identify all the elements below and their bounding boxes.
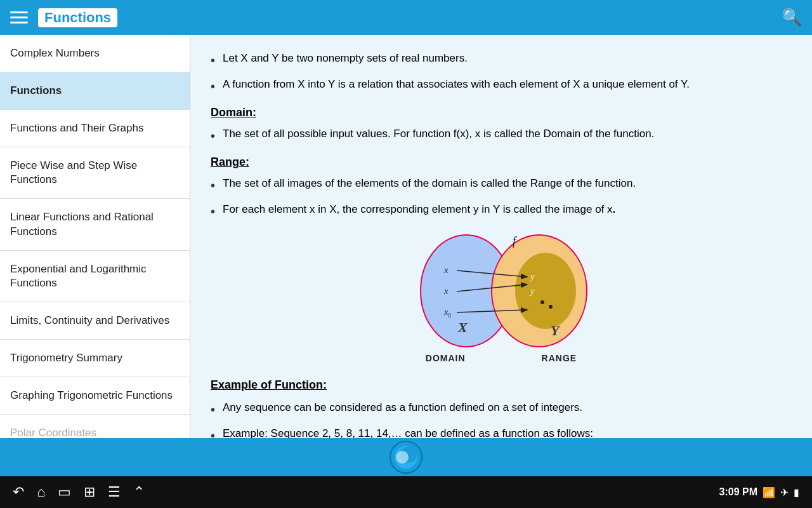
back-icon[interactable]: ↶ [13,484,24,500]
content-area: • Let X and Y be two nonempty sets of re… [190,35,812,438]
system-status: 3:09 PM 📶 ✈ ▮ [719,486,799,498]
bullet-dot: • [211,51,215,70]
sidebar-item-piecewise[interactable]: Piece Wise and Step Wise Functions [0,147,190,199]
svg-text:y: y [529,271,535,281]
svg-point-19 [396,451,409,464]
wifi-icon: 📶 [763,486,775,498]
bullet-dot: • [211,426,215,438]
app-logo-icon [390,441,422,474]
up-icon[interactable]: ⌃ [133,484,145,500]
bullet-dot: • [211,77,215,96]
svg-text:x: x [443,286,449,296]
example-bullet-2: • Example: Sequence 2, 5, 8, 11, 14,… ca… [211,425,792,438]
svg-point-12 [540,300,544,304]
function-diagram: f x x x 0 y y X Y [211,234,792,363]
sidebar-item-limits[interactable]: Limits, Continuity and Derivatives [0,302,190,340]
system-bar: ↶ ⌂ ▭ ⊞ ☰ ⌃ 3:09 PM 📶 ✈ ▮ [0,476,812,508]
bullet-dot: • [211,176,215,195]
sidebar-item-exponential-log[interactable]: Exponential and Logarithmic Functions [0,251,190,302]
sidebar-item-functions-graphs[interactable]: Functions and Their Graphs [0,110,190,147]
window-icon[interactable]: ▭ [58,484,71,500]
bullet-dot: • [211,202,215,221]
intro-bullet-1: • Let X and Y be two nonempty sets of re… [211,50,792,70]
domain-bullet-1: • The set of all possible input values. … [211,126,792,145]
intro-bullet-2: • A function from X into Y is a relation… [211,76,792,96]
battery-icon: ▮ [794,486,799,498]
search-icon[interactable]: 🔍 [782,8,802,27]
sidebar-item-trig-summary[interactable]: Trigonometry Summary [0,340,190,377]
range-bullet-1: • The set of all images of the elements … [211,175,792,195]
domain-range-svg: f x x x 0 y y X Y [406,234,596,348]
sidebar-item-polar[interactable]: Polar Coordinates [0,415,190,438]
sidebar-item-linear-rational[interactable]: Linear Functions and Rational Functions [0,199,190,250]
diagram-labels: DOMAIN RANGE [426,353,577,363]
range-label: RANGE [542,353,577,363]
sidebar: Complex Numbers Functions Functions and … [0,35,190,438]
app-title: Functions [38,8,117,27]
svg-text:x: x [443,265,449,275]
airplane-icon: ✈ [780,486,789,498]
bullet-dot: • [211,400,215,419]
menu-icon[interactable]: ☰ [108,484,121,500]
range-title: Range: [211,156,792,169]
svg-text:X: X [457,319,468,335]
time-display: 3:09 PM [719,486,757,498]
domain-label: DOMAIN [426,353,466,363]
svg-text:0: 0 [448,312,451,319]
hamburger-menu-icon[interactable] [10,11,28,23]
top-bar: Functions 🔍 [0,0,812,35]
sidebar-item-complex-numbers[interactable]: Complex Numbers [0,35,190,72]
example-title: Example of Function: [211,378,792,392]
svg-text:y: y [529,286,535,296]
home-icon[interactable]: ⌂ [37,484,45,500]
example-bullet-1: • Any sequence can be considered as a fu… [211,399,792,419]
sidebar-item-functions[interactable]: Functions [0,72,190,110]
bottom-bar [0,438,812,476]
main-area: Complex Numbers Functions Functions and … [0,35,812,438]
range-bullet-2: • For each element x in X, the correspon… [211,201,792,221]
svg-point-13 [549,305,553,309]
domain-title: Domain: [211,106,792,119]
sys-nav-icons: ↶ ⌂ ▭ ⊞ ☰ ⌃ [13,484,145,500]
bullet-dot: • [211,126,215,145]
svg-point-2 [515,253,576,329]
sidebar-item-graphing-trig[interactable]: Graphing Trigonometric Functions [0,377,190,415]
grid-icon[interactable]: ⊞ [84,484,95,500]
top-bar-left: Functions [10,8,117,27]
